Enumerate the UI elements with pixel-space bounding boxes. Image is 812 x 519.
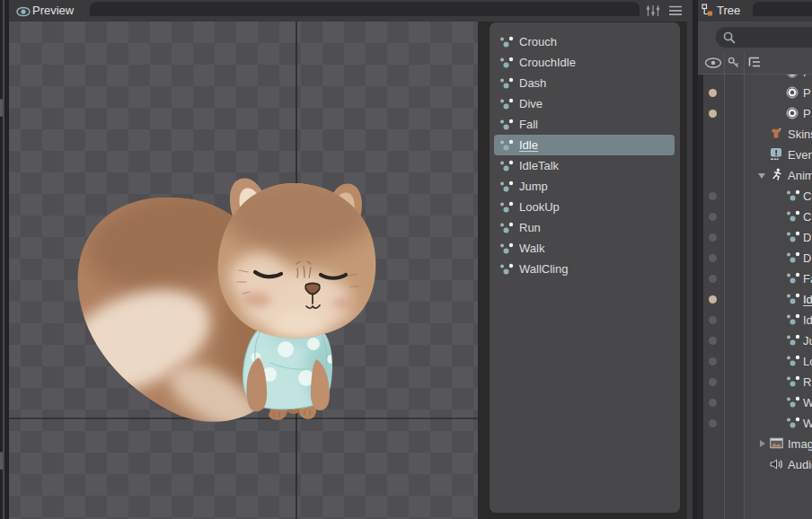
tab-bar-inset — [753, 2, 812, 16]
tree-row-audio[interactable]: Audio — [698, 454, 812, 475]
tab-tree[interactable]: Tree — [698, 0, 752, 22]
images-icon — [770, 437, 783, 449]
animation-icon — [786, 210, 800, 223]
animation-icon — [499, 263, 514, 276]
tree-row-images[interactable]: Images — [698, 434, 812, 454]
tree-row-label: Walk — [803, 392, 812, 413]
animation-icon — [786, 313, 800, 326]
visibility-dot[interactable] — [709, 399, 717, 407]
animation-list-item[interactable]: IdleTalk — [494, 155, 675, 176]
animation-list-item[interactable]: Fall — [494, 114, 675, 135]
tree-row-animations[interactable]: Animations — [698, 165, 812, 186]
visibility-eye-icon[interactable] — [704, 57, 722, 69]
tree-hierarchy-icon — [702, 4, 713, 17]
animation-list-item[interactable]: Jump — [494, 176, 675, 197]
tree-tab-label: Tree — [717, 0, 740, 21]
tree-row-label: Dash — [803, 227, 812, 248]
preview-viewport[interactable] — [9, 22, 478, 519]
ring-icon — [786, 86, 799, 99]
animation-icon — [786, 355, 800, 367]
tree-row[interactable]: Crouch — [698, 186, 812, 207]
panel-grip[interactable] — [0, 452, 3, 470]
tree-row-label: Images — [788, 434, 812, 454]
tree-row-label: WallCling — [803, 413, 812, 434]
animation-list-item[interactable]: Dash — [494, 73, 675, 93]
audio-speaker-icon — [770, 458, 783, 471]
animation-list-item[interactable]: Walk — [494, 238, 675, 259]
tree-row-skins[interactable]: Skins — [698, 124, 812, 145]
tree-row[interactable]: WallCling — [698, 413, 812, 434]
tree-row[interactable]: LookUp — [698, 351, 812, 372]
tree-row[interactable]: IdleTalk — [698, 310, 812, 330]
preview-tab-label: Preview — [32, 0, 74, 21]
tree-row-label: CrouchIdle — [803, 207, 812, 227]
tree-tab-bar: Tree — [698, 0, 812, 22]
animation-list-panel: Crouch CrouchIdle Dash Dive Fall Idle Id… — [490, 22, 680, 513]
chevron-down-icon[interactable] — [758, 173, 765, 179]
visibility-dot[interactable] — [709, 419, 717, 427]
animation-list-item[interactable]: CrouchIdle — [494, 52, 675, 73]
visibility-dot[interactable] — [709, 357, 717, 365]
panel-edge-rail — [3, 0, 4, 519]
tree-row-label: Audio — [788, 454, 812, 475]
animation-icon — [499, 160, 514, 172]
tree-row-events[interactable]: Events — [698, 145, 812, 165]
visibility-dot[interactable] — [709, 89, 717, 97]
animation-list-item[interactable]: Run — [494, 217, 675, 238]
visibility-dot[interactable] — [709, 295, 717, 303]
visibility-dot[interactable] — [709, 110, 717, 118]
ring-icon — [786, 107, 799, 119]
tree-row[interactable]: Fall — [698, 268, 812, 289]
visibility-dot[interactable] — [709, 378, 717, 386]
column-separator — [724, 52, 725, 75]
tree-row-label: Skins — [788, 124, 812, 145]
search-icon — [723, 31, 736, 44]
tree-row-label: IdleTalk — [803, 310, 812, 330]
tree-row[interactable]: P — [698, 83, 812, 103]
visibility-dot[interactable] — [709, 275, 717, 283]
tree-row[interactable]: Dive — [698, 248, 812, 268]
animation-icon — [499, 139, 514, 152]
visibility-dot[interactable] — [709, 192, 717, 200]
tree-row[interactable]: Walk — [698, 392, 812, 413]
visibility-dot[interactable] — [709, 233, 717, 242]
animation-label: Dive — [519, 97, 543, 110]
tree-rows: P P P Skins Events Animations Crouch Cro… — [698, 62, 812, 475]
animation-label: Jump — [519, 180, 548, 193]
tree-list-icon[interactable] — [748, 57, 763, 68]
tree-row[interactable]: Dash — [698, 227, 812, 248]
tree-row[interactable]: P — [698, 103, 812, 124]
animation-icon — [499, 180, 514, 193]
filter-sliders-icon[interactable] — [645, 4, 661, 17]
animation-label: Fall — [519, 118, 538, 131]
tree-row[interactable]: CrouchIdle — [698, 207, 812, 227]
animation-icon — [499, 242, 514, 255]
animation-list-item[interactable]: Dive — [494, 93, 675, 114]
tree-row[interactable]: Run — [698, 372, 812, 392]
animation-list-item[interactable]: LookUp — [494, 197, 675, 217]
key-icon[interactable] — [728, 57, 740, 69]
preview-tab-bar: Preview — [9, 0, 687, 22]
skins-shirt-icon — [770, 128, 782, 139]
animation-icon — [499, 119, 514, 131]
left-edge-panel-strip[interactable] — [0, 0, 9, 519]
menu-icon[interactable] — [668, 5, 683, 16]
visibility-dot[interactable] — [709, 316, 717, 324]
tree-row[interactable]: Jump — [698, 330, 812, 351]
animation-list-item[interactable]: WallCling — [494, 259, 675, 279]
animation-icon — [786, 251, 800, 264]
animation-list-item[interactable]: Crouch — [494, 31, 675, 52]
animation-label: Walk — [519, 242, 544, 255]
tree-header — [698, 22, 812, 75]
animation-list-item-selected[interactable]: Idle — [494, 135, 675, 155]
tree-row-label: Events — [788, 145, 812, 165]
tree-row-label: Dive — [803, 248, 812, 268]
animation-icon — [499, 57, 514, 69]
visibility-dot[interactable] — [709, 337, 717, 345]
visibility-dot[interactable] — [709, 254, 717, 262]
chevron-right-icon[interactable] — [760, 440, 765, 447]
tree-row-active-animation[interactable]: Idle — [698, 289, 812, 310]
panel-grip[interactable] — [0, 99, 3, 117]
visibility-dot[interactable] — [709, 213, 717, 221]
tab-preview[interactable]: Preview — [9, 0, 88, 22]
